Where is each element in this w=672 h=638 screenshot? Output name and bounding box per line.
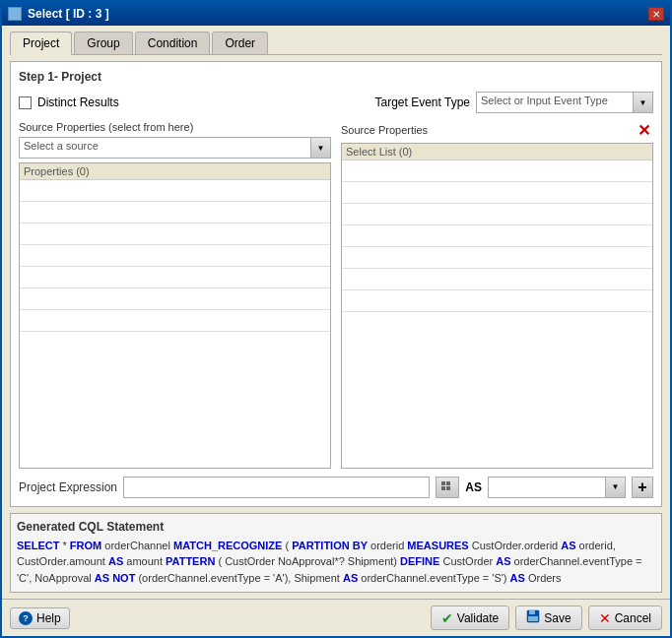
source-right-header: Source Properties ✕ bbox=[341, 121, 653, 139]
list-item bbox=[342, 269, 652, 290]
list-item bbox=[342, 290, 652, 312]
as-input[interactable] bbox=[488, 477, 606, 498]
kw-match: MATCH_RECOGNIZE bbox=[173, 540, 282, 551]
source-left-list-header: Properties (0) bbox=[20, 163, 330, 180]
kw-as5: AS bbox=[343, 572, 358, 584]
kw-as2: AS bbox=[108, 555, 123, 567]
kw-pattern: PATTERN bbox=[166, 555, 215, 567]
expression-editor-button[interactable] bbox=[436, 477, 459, 498]
help-icon: ? bbox=[19, 611, 33, 625]
project-expression-row: Project Expression AS ▼ + bbox=[19, 477, 653, 498]
cql-part-7: amount bbox=[126, 555, 166, 567]
cql-part-5: CustOrder.orderid bbox=[472, 540, 561, 551]
source-dropdown[interactable]: Select a source bbox=[19, 137, 311, 159]
distinct-label: Distinct Results bbox=[37, 96, 119, 109]
cql-part-13: orderChannel.eventType = 'S') bbox=[361, 572, 509, 584]
close-button[interactable]: ✕ bbox=[648, 7, 664, 21]
source-dropdown-btn[interactable]: ▼ bbox=[311, 137, 331, 159]
source-right-list-header: Select List (0) bbox=[342, 144, 652, 160]
list-item bbox=[342, 204, 652, 225]
save-label: Save bbox=[544, 611, 571, 625]
grid-icon bbox=[440, 480, 454, 494]
tab-group[interactable]: Group bbox=[74, 32, 132, 54]
list-item bbox=[342, 247, 652, 269]
tab-condition[interactable]: Condition bbox=[135, 32, 211, 54]
tab-order[interactable]: Order bbox=[212, 32, 268, 54]
remove-icon: ✕ bbox=[638, 121, 650, 140]
cancel-label: Cancel bbox=[615, 611, 651, 625]
target-event-label: Target Event Type bbox=[374, 96, 470, 109]
cql-part-8: ( CustOrder NoApproval*? Shipment) bbox=[218, 555, 400, 567]
event-type-dropdown-btn[interactable]: ▼ bbox=[634, 92, 653, 113]
distinct-checkbox[interactable] bbox=[19, 96, 32, 109]
save-button[interactable]: Save bbox=[515, 606, 581, 630]
svg-rect-5 bbox=[529, 610, 535, 614]
kw-select: SELECT bbox=[17, 540, 59, 551]
cql-part-4: orderid bbox=[370, 540, 407, 551]
distinct-right: Target Event Type Select or Input Event … bbox=[374, 92, 653, 113]
svg-rect-1 bbox=[446, 481, 450, 485]
source-select-row: Select a source ▼ bbox=[19, 137, 331, 159]
content-area: Project Group Condition Order Step 1- Pr… bbox=[2, 26, 670, 599]
disk-icon bbox=[526, 609, 540, 623]
list-item bbox=[342, 225, 652, 247]
kw-as3: AS bbox=[496, 555, 510, 567]
tab-bar: Project Group Condition Order bbox=[10, 32, 662, 55]
save-icon bbox=[526, 609, 540, 626]
kw-from: FROM bbox=[70, 540, 101, 551]
help-button[interactable]: ? Help bbox=[10, 607, 70, 629]
add-button[interactable]: + bbox=[632, 477, 653, 498]
as-label: AS bbox=[465, 480, 482, 494]
validate-icon: ✔ bbox=[441, 610, 453, 626]
validate-button[interactable]: ✔ Validate bbox=[431, 606, 509, 630]
source-left-title: Source Properties (select from here) bbox=[19, 121, 331, 133]
list-item bbox=[342, 182, 652, 204]
project-expr-input[interactable] bbox=[123, 477, 430, 498]
kw-not: NOT bbox=[112, 572, 135, 584]
distinct-left: Distinct Results bbox=[19, 96, 119, 109]
main-window: Select [ ID : 3 ] ✕ Project Group Condit… bbox=[0, 0, 672, 638]
source-left-panel: Source Properties (select from here) Sel… bbox=[19, 121, 331, 469]
kw-as4: AS bbox=[95, 572, 109, 584]
source-right-title: Source Properties bbox=[341, 124, 428, 136]
list-item bbox=[20, 288, 330, 310]
as-dropdown-btn[interactable]: ▼ bbox=[606, 477, 626, 498]
svg-rect-0 bbox=[441, 481, 445, 485]
kw-measures: MEASURES bbox=[407, 540, 468, 551]
window-icon bbox=[8, 7, 22, 21]
source-row: Source Properties (select from here) Sel… bbox=[19, 121, 653, 469]
cancel-icon: ✕ bbox=[599, 610, 611, 626]
cancel-button[interactable]: ✕ Cancel bbox=[588, 606, 662, 630]
right-buttons: ✔ Validate Save ✕ Cancel bbox=[431, 606, 662, 630]
event-type-placeholder: Select or Input Event Type bbox=[481, 95, 608, 106]
list-item bbox=[20, 223, 330, 245]
step-label: Step 1- Project bbox=[19, 70, 653, 84]
cql-title: Generated CQL Statement bbox=[17, 520, 655, 534]
event-type-select: Select or Input Event Type ▼ bbox=[476, 92, 653, 113]
source-right-panel: Source Properties ✕ Select List (0) bbox=[341, 121, 653, 469]
tab-project[interactable]: Project bbox=[10, 32, 72, 55]
event-type-input[interactable]: Select or Input Event Type bbox=[476, 92, 634, 113]
bottom-bar: ? Help ✔ Validate Save ✕ Cance bbox=[2, 599, 670, 636]
project-expr-label: Project Expression bbox=[19, 480, 117, 494]
distinct-row: Distinct Results Target Event Type Selec… bbox=[19, 92, 653, 113]
source-dropdown-placeholder: Select a source bbox=[24, 140, 99, 152]
kw-define: DEFINE bbox=[400, 555, 439, 567]
as-input-row: ▼ bbox=[488, 477, 626, 498]
remove-button[interactable]: ✕ bbox=[634, 121, 653, 139]
svg-rect-6 bbox=[528, 616, 538, 621]
kw-partition: PARTITION BY bbox=[292, 540, 368, 551]
list-item bbox=[20, 245, 330, 267]
list-item bbox=[20, 202, 330, 223]
list-item bbox=[20, 180, 330, 202]
cql-part-2: orderChannel bbox=[104, 540, 173, 551]
window-title: Select [ ID : 3 ] bbox=[28, 7, 109, 21]
list-item bbox=[342, 160, 652, 182]
title-bar-left: Select [ ID : 3 ] bbox=[8, 7, 109, 21]
source-right-list: Select List (0) bbox=[341, 143, 653, 469]
cql-part-9: CustOrder bbox=[442, 555, 496, 567]
list-item bbox=[20, 310, 330, 332]
validate-label: Validate bbox=[457, 611, 499, 625]
kw-as1: AS bbox=[561, 540, 575, 551]
title-bar: Select [ ID : 3 ] ✕ bbox=[2, 2, 670, 26]
